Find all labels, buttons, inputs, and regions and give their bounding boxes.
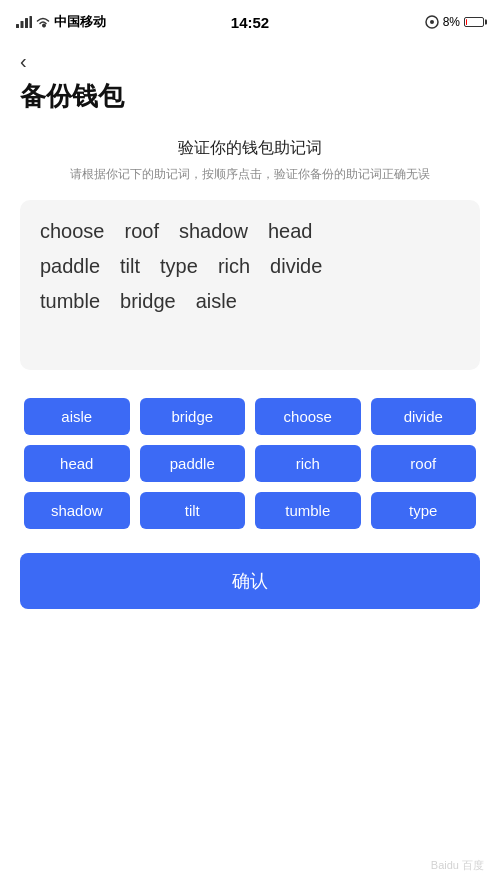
status-time: 14:52 [231, 14, 269, 31]
signal-icon [16, 16, 32, 28]
keyword-paddle[interactable]: paddle [140, 445, 246, 482]
watermark: Baidu 百度 [431, 858, 484, 873]
confirm-button[interactable]: 确认 [20, 553, 480, 609]
word-slot: head [268, 220, 313, 243]
carrier-label: 中国移动 [54, 13, 106, 31]
keyword-bridge[interactable]: bridge [140, 398, 246, 435]
keyword-divide[interactable]: divide [371, 398, 477, 435]
word-slot: rich [218, 255, 250, 278]
svg-point-5 [430, 20, 434, 24]
keyword-choose[interactable]: choose [255, 398, 361, 435]
battery-percent: 8% [443, 15, 460, 29]
hotspot-icon [425, 15, 439, 29]
keyword-aisle[interactable]: aisle [24, 398, 130, 435]
back-button[interactable]: ‹ [20, 40, 27, 79]
svg-rect-2 [25, 18, 28, 28]
back-arrow-icon: ‹ [20, 50, 27, 72]
keyword-roof[interactable]: roof [371, 445, 477, 482]
svg-rect-1 [21, 21, 24, 28]
section-desc: 请根据你记下的助记词，按顺序点击，验证你备份的助记词正确无误 [20, 165, 480, 184]
keywords-grid: aisle bridge choose divide head paddle r… [20, 398, 480, 529]
status-bar: 中国移动 14:52 8% [0, 0, 500, 40]
keyword-head[interactable]: head [24, 445, 130, 482]
keyword-tumble[interactable]: tumble [255, 492, 361, 529]
word-slot: tumble [40, 290, 100, 313]
keyword-rich[interactable]: rich [255, 445, 361, 482]
svg-rect-3 [30, 16, 33, 28]
word-slot: divide [270, 255, 322, 278]
word-slot: shadow [179, 220, 248, 243]
svg-rect-0 [16, 24, 19, 28]
status-carrier: 中国移动 [16, 13, 106, 31]
keyword-type[interactable]: type [371, 492, 477, 529]
keyword-shadow[interactable]: shadow [24, 492, 130, 529]
word-slot: roof [125, 220, 159, 243]
word-slot: bridge [120, 290, 176, 313]
word-row-3: tumble bridge aisle [40, 290, 460, 313]
word-row-1: choose roof shadow head [40, 220, 460, 243]
word-slot: tilt [120, 255, 140, 278]
battery-icon [464, 17, 484, 27]
word-row-2: paddle tilt type rich divide [40, 255, 460, 278]
page-content: ‹ 备份钱包 验证你的钱包助记词 请根据你记下的助记词，按顺序点击，验证你备份的… [0, 40, 500, 609]
section-title: 验证你的钱包助记词 [20, 138, 480, 159]
wifi-icon [36, 17, 50, 28]
word-slot: aisle [196, 290, 237, 313]
keyword-tilt[interactable]: tilt [140, 492, 246, 529]
status-right: 8% [425, 15, 484, 29]
word-slot: choose [40, 220, 105, 243]
page-title: 备份钱包 [20, 79, 480, 114]
word-slot: paddle [40, 255, 100, 278]
word-slot: type [160, 255, 198, 278]
word-display-box: choose roof shadow head paddle tilt type… [20, 200, 480, 370]
